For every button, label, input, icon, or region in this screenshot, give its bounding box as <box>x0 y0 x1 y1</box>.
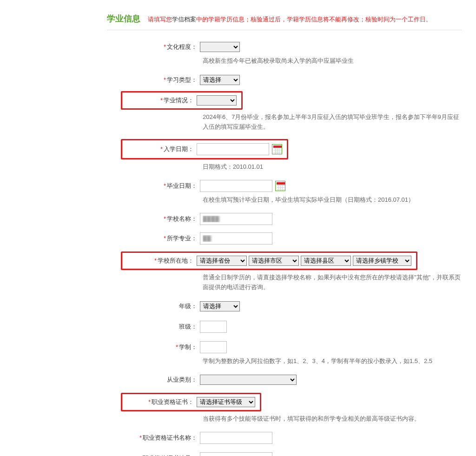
label-study-status: *学业情况： <box>127 96 197 105</box>
section-header: 学业信息 请填写您学信档案中的学籍学历信息；核验通过后，学籍学历信息将不能再修改… <box>107 13 462 30</box>
calendar-icon[interactable] <box>272 144 282 154</box>
highlight-study-status: *学业情况： <box>121 91 243 110</box>
help-study-status: 2024年6、7月份毕业，报名参加上半年3月应征入伍的填写毕业班学生，报名参加下… <box>203 112 462 132</box>
help-edu-level: 高校新生指今年已被高校录取尚未入学的高中应届毕业生 <box>203 56 462 66</box>
help-grad-date: 在校生填写预计毕业日期，毕业生填写实际毕业日期（日期格式：2016.07.01） <box>203 195 462 205</box>
calendar-icon[interactable] <box>275 181 285 191</box>
help-cert: 当获得有多个技能等级证书时，填写获得的和所学专业相关的最高等级证书内容。 <box>203 414 462 424</box>
occ-type-select[interactable] <box>200 375 297 385</box>
help-enroll-date: 日期格式：2010.01.01 <box>203 162 462 172</box>
section-note: 请填写您学信档案中的学籍学历信息；核验通过后，学籍学历信息将不能再修改；核验时间… <box>148 15 432 24</box>
label-grade: 年级： <box>126 302 200 311</box>
province-select[interactable]: 请选择省份 <box>197 256 247 266</box>
label-cert-name: *职业资格证书名称： <box>126 434 200 442</box>
label-length: *学制： <box>126 343 200 351</box>
label-school-name: *学校名称： <box>126 215 200 223</box>
enroll-date-input[interactable] <box>197 143 269 155</box>
label-cert: *职业资格证书： <box>127 398 197 406</box>
label-study-type: *学习类型： <box>126 76 200 84</box>
label-grad-date: *毕业日期： <box>126 182 200 190</box>
class-input[interactable] <box>200 321 227 333</box>
city-select[interactable]: 请选择市区 <box>249 256 299 266</box>
length-input[interactable] <box>200 341 227 353</box>
cert-no-input[interactable] <box>200 452 272 456</box>
label-occ-type: 从业类别： <box>126 376 200 384</box>
town-school-select[interactable]: 请选择乡镇学校 <box>353 256 411 266</box>
grad-date-input[interactable] <box>200 180 272 192</box>
help-length: 学制为整数的录入阿拉伯数字，如1、2、3、4，学制有半年的按小数录入，如1.5、… <box>203 357 462 366</box>
help-school-location: 普通全日制学历的，请直接选择学校名称，如果列表中没有您所在的学校请选择"其他"，… <box>203 273 462 292</box>
label-cert-no: *职业资格证书编号： <box>126 454 200 456</box>
highlight-enroll-date: *入学日期： <box>121 139 288 159</box>
label-school-location: *学校所在地： <box>127 257 197 265</box>
highlight-cert: *职业资格证书： 请选择证书等级 <box>121 393 261 411</box>
cert-level-select[interactable]: 请选择证书等级 <box>197 397 255 407</box>
label-enroll-date: *入学日期： <box>127 145 197 153</box>
cert-name-input[interactable] <box>200 432 272 444</box>
school-name-input[interactable] <box>200 213 272 225</box>
highlight-school-location: *学校所在地： 请选择省份 请选择市区 请选择县区 请选择乡镇学校 <box>121 251 417 270</box>
grade-select[interactable]: 请选择 <box>200 301 240 311</box>
label-edu-level: *文化程度： <box>126 43 200 51</box>
label-class: 班级： <box>126 323 200 331</box>
county-select[interactable]: 请选择县区 <box>301 256 351 266</box>
label-major: *所学专业： <box>126 234 200 243</box>
section-title: 学业信息 <box>107 13 140 24</box>
major-input[interactable] <box>200 232 272 245</box>
study-type-select[interactable]: 请选择 <box>200 75 240 85</box>
edu-level-select[interactable] <box>200 42 240 52</box>
study-status-select[interactable] <box>197 95 237 106</box>
